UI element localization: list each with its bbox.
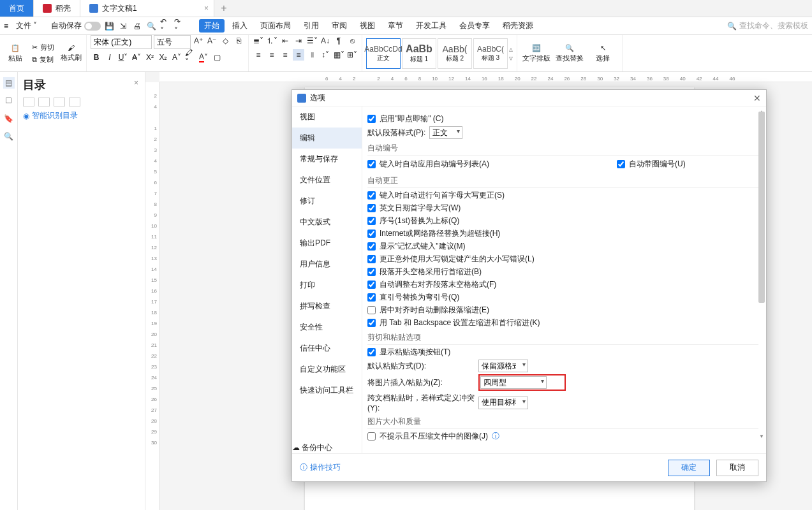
bullets-icon[interactable]: ≣˅ <box>253 35 264 47</box>
show-paste-btn-checkbox[interactable] <box>367 348 376 356</box>
search-box[interactable]: 🔍 查找命令、搜索模板 <box>727 20 808 31</box>
dialog-nav-item[interactable]: 拼写检查 <box>292 296 362 317</box>
style-gallery[interactable]: AaBbCcDd正文 AaBb标题 1 AaBb(标题 2 AaBbC(标题 3… <box>362 35 517 71</box>
redo-icon[interactable]: ↷ ˅ <box>173 20 185 32</box>
underline-icon[interactable]: U˅ <box>117 52 129 63</box>
menu-insert[interactable]: 插入 <box>227 19 253 33</box>
outline-close-icon[interactable]: × <box>134 78 138 87</box>
dialog-nav-item[interactable]: 文件位置 <box>292 170 362 191</box>
menu-pagelayout[interactable]: 页面布局 <box>255 19 296 33</box>
tab-shell[interactable]: 稻壳 <box>34 0 80 17</box>
indent-dec-icon[interactable]: ⇤ <box>279 35 291 47</box>
distribute-icon[interactable]: ⫴ <box>306 49 318 61</box>
undo-icon[interactable]: ↶ ˅ <box>159 20 171 32</box>
superscript-icon[interactable]: X² <box>144 52 156 63</box>
dialog-nav-item[interactable]: 视图 <box>292 106 362 127</box>
menu-reference[interactable]: 引用 <box>299 19 324 33</box>
shrink-font-icon[interactable]: A⁻ <box>206 35 218 47</box>
outline-tool-1[interactable] <box>23 98 34 106</box>
font-name-select[interactable] <box>91 35 152 49</box>
autocorrect-checkbox[interactable] <box>367 229 376 238</box>
autocorrect-checkbox[interactable] <box>367 293 376 302</box>
dialog-nav-item[interactable]: 打印 <box>292 275 362 296</box>
scroll-thumb[interactable] <box>758 112 765 303</box>
clear-format-icon[interactable]: ◇ <box>219 35 231 47</box>
subscript-icon[interactable]: X₂ <box>158 52 169 63</box>
align-center-icon[interactable]: ≡ <box>266 49 277 61</box>
dialog-nav-item[interactable]: 自定义功能区 <box>292 359 362 380</box>
sort-icon[interactable]: A↓ <box>320 35 331 47</box>
char-border-icon[interactable]: ▢ <box>211 52 223 63</box>
save-icon[interactable]: 💾 <box>103 20 115 32</box>
paste-button[interactable]: 📋粘贴 <box>4 44 27 63</box>
dialog-nav-item[interactable]: 用户信息 <box>292 254 362 275</box>
autocorrect-checkbox[interactable] <box>367 217 376 225</box>
menu-review[interactable]: 审阅 <box>327 19 352 33</box>
eyedrop-icon[interactable]: ⎋ <box>346 35 358 47</box>
auto-detect-outline[interactable]: ◉ 智能识别目录 <box>23 110 140 121</box>
dialog-close-icon[interactable]: ✕ <box>753 93 761 103</box>
copy-button[interactable]: ⧉ 复制 <box>29 54 57 65</box>
select-button[interactable]: ↖选择 <box>587 44 618 63</box>
dialog-scrollbar[interactable]: ▲ ▼ <box>758 112 765 437</box>
menu-view[interactable]: 视图 <box>355 19 380 33</box>
cancel-button[interactable]: 取消 <box>716 460 758 476</box>
rail-bookmark-icon[interactable]: 🔖 <box>3 113 15 124</box>
print-icon[interactable]: 🖨 <box>131 20 143 32</box>
style-h1[interactable]: AaBb标题 1 <box>402 38 436 69</box>
default-paste-select[interactable] <box>478 360 528 372</box>
font-size-select[interactable] <box>154 35 191 49</box>
tab-document[interactable]: 文字文稿1× <box>80 0 214 17</box>
circled-num-checkbox[interactable] <box>617 160 625 168</box>
autocorrect-checkbox[interactable] <box>367 191 376 200</box>
autocorrect-checkbox[interactable] <box>367 242 376 251</box>
align-left-icon[interactable]: ≡ <box>253 49 264 61</box>
dialog-nav-item[interactable]: 编辑 <box>292 127 362 149</box>
cut-button[interactable]: ✂ 剪切 <box>29 42 57 53</box>
menu-file[interactable]: 文件 ˅ <box>11 19 42 33</box>
export-icon[interactable]: ⇲ <box>117 20 129 32</box>
asian-layout-icon[interactable]: ☰˅ <box>306 35 318 47</box>
dialog-nav-item[interactable]: 安全性 <box>292 317 362 338</box>
align-right-icon[interactable]: ≡ <box>279 49 291 61</box>
format-brush-button[interactable]: 🖌格式刷 <box>59 44 82 62</box>
strike-icon[interactable]: A̶˅ <box>131 52 142 63</box>
backup-center-button[interactable]: ☁ 备份中心 <box>292 442 362 453</box>
outline-tool-3[interactable] <box>54 98 65 106</box>
insert-img-select[interactable] <box>480 376 547 389</box>
vertical-ruler[interactable]: 2412345678910111213141516171819202122232… <box>145 82 159 510</box>
close-icon[interactable]: × <box>204 4 209 13</box>
add-tab-button[interactable]: + <box>214 0 233 17</box>
autocorrect-checkbox[interactable] <box>367 268 376 276</box>
dialog-nav-item[interactable]: 修订 <box>292 191 362 212</box>
autocorrect-checkbox[interactable] <box>367 204 376 212</box>
tips-link[interactable]: ⓘ 操作技巧 <box>300 462 341 473</box>
line-spacing-icon[interactable]: ↕˅ <box>320 49 331 61</box>
autosave-toggle[interactable] <box>84 22 101 31</box>
shading-icon[interactable]: ▦˅ <box>333 49 344 61</box>
font-color-icon[interactable]: A˅ <box>198 52 209 63</box>
menu-start[interactable]: 开始 <box>199 19 225 33</box>
dialog-nav-item[interactable]: 输出PDF <box>292 233 362 254</box>
text-layout-button[interactable]: 🈁文字排版 <box>521 44 552 63</box>
dialog-nav-item[interactable]: 中文版式 <box>292 212 362 233</box>
rail-search-icon[interactable]: 🔍 <box>3 131 15 142</box>
borders-icon[interactable]: ⊞˅ <box>346 49 358 61</box>
rail-outline-icon[interactable]: ▤ <box>3 77 15 89</box>
bold-icon[interactable]: B <box>91 52 102 63</box>
style-h2[interactable]: AaBb(标题 2 <box>438 38 472 69</box>
cross-doc-select[interactable] <box>478 397 528 409</box>
tab-home[interactable]: 首页 <box>0 0 34 17</box>
scroll-down-icon[interactable]: ▼ <box>758 433 765 440</box>
no-compress-checkbox[interactable] <box>367 432 376 441</box>
autocorrect-checkbox[interactable] <box>367 280 376 289</box>
rail-task-icon[interactable]: ☐ <box>3 95 15 106</box>
menu-chapter[interactable]: 章节 <box>383 19 408 33</box>
dialog-nav-item[interactable]: 快速访问工具栏 <box>292 380 362 401</box>
italic-icon[interactable]: I <box>104 52 115 63</box>
dialog-titlebar[interactable]: 选项 ✕ <box>292 90 766 106</box>
autocorrect-checkbox[interactable] <box>367 319 376 327</box>
menu-hamburger-icon[interactable]: ≡ <box>4 22 8 31</box>
dialog-nav-item[interactable]: 信任中心 <box>292 338 362 359</box>
preview-icon[interactable]: 🔍 <box>145 20 157 32</box>
